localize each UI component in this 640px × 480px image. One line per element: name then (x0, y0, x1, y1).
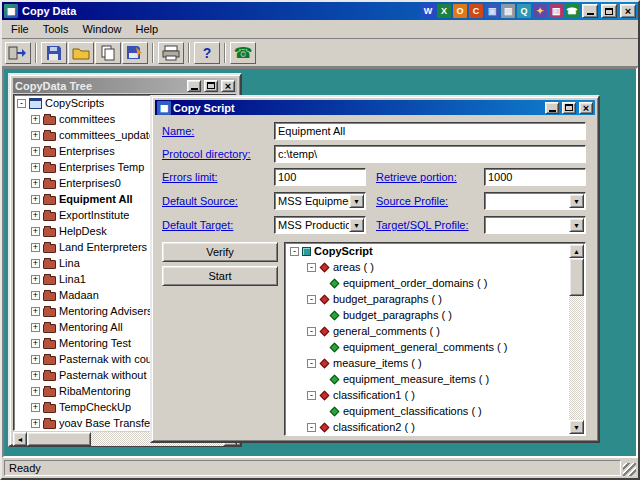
exit-button[interactable] (5, 42, 31, 64)
app-icon: ▦ (4, 4, 18, 18)
save-as-button[interactable] (122, 42, 148, 64)
expander-icon[interactable]: + (31, 307, 40, 316)
expander-icon[interactable]: - (307, 263, 316, 272)
close-button[interactable] (620, 4, 636, 18)
maximize-button[interactable] (601, 4, 617, 18)
phone-quick-icon[interactable]: ☎ (565, 4, 579, 18)
chevron-down-icon[interactable] (349, 218, 364, 232)
resize-grip[interactable] (623, 463, 636, 476)
help-button[interactable] (194, 42, 220, 64)
start-button[interactable]: Start (162, 266, 278, 286)
save-quick-icon[interactable]: ▣ (485, 4, 499, 18)
dialog-tree-item[interactable]: -classification1 ( ) (285, 387, 569, 403)
menu-file[interactable]: File (4, 21, 36, 37)
chart-icon[interactable]: ▥ (549, 4, 563, 18)
expander-icon[interactable]: + (31, 355, 40, 364)
expander-icon[interactable]: + (31, 419, 40, 428)
scroll-down-button[interactable] (569, 420, 584, 434)
copy-button[interactable] (95, 42, 121, 64)
dialog-tree-item[interactable]: budget_paragraphs ( ) (285, 307, 569, 323)
expander-icon[interactable]: + (31, 259, 40, 268)
tree-maximize-button[interactable] (204, 80, 218, 92)
print-button[interactable] (158, 42, 184, 64)
dialog-tree-item[interactable]: equipment_general_comments ( ) (285, 339, 569, 355)
default-target-combo[interactable]: MSS Production (274, 216, 366, 234)
tree-close-button[interactable] (221, 80, 235, 92)
expander-icon[interactable]: + (31, 403, 40, 412)
target-sql-profile-combo[interactable] (484, 216, 586, 234)
search-icon[interactable]: Q (517, 4, 531, 18)
dialog-minimize-button[interactable] (545, 102, 559, 114)
gray-app-icon[interactable]: ▤ (501, 4, 515, 18)
dialog-tree-root[interactable]: - CopyScript (285, 243, 569, 259)
expander-icon[interactable]: + (31, 195, 40, 204)
expander-icon[interactable]: + (31, 163, 40, 172)
orange-doc-icon[interactable]: O (453, 4, 467, 18)
scrollbar-track[interactable] (569, 258, 584, 420)
scrollbar-thumb[interactable] (569, 258, 584, 296)
dialog-tree-item[interactable]: -general_comments ( ) (285, 323, 569, 339)
red-doc-icon[interactable]: C (469, 4, 483, 18)
tree-item-label: Enterprises (59, 145, 115, 157)
expander-icon[interactable]: - (307, 295, 316, 304)
expander-icon[interactable]: + (31, 275, 40, 284)
vertical-scrollbar[interactable] (569, 244, 584, 434)
expander-icon[interactable]: - (290, 247, 299, 256)
menu-help[interactable]: Help (129, 21, 166, 37)
copy-script-dialog: ▦ Copy Script Name: Protocol directory: … (150, 95, 600, 443)
tree-item-label: Pasternak without (59, 369, 146, 381)
name-input[interactable] (274, 122, 586, 140)
expander-icon[interactable]: + (31, 147, 40, 156)
dialog-tree-item[interactable]: -budget_paragraphs ( ) (285, 291, 569, 307)
protocol-directory-input[interactable] (274, 145, 586, 163)
expander-icon[interactable]: + (31, 211, 40, 220)
dialog-titlebar[interactable]: ▦ Copy Script (155, 100, 595, 115)
chevron-down-icon[interactable] (569, 194, 584, 208)
folder-icon (43, 116, 56, 125)
verify-button[interactable]: Verify (162, 242, 278, 262)
retrieve-portion-input[interactable] (484, 168, 586, 186)
dialog-tree-item[interactable]: equipment_classifications ( ) (285, 403, 569, 419)
scrollbar-thumb[interactable] (27, 432, 91, 446)
expander-icon[interactable]: - (17, 99, 26, 108)
minimize-button[interactable] (582, 4, 598, 18)
default-source-combo[interactable]: MSS Equipment (274, 192, 366, 210)
scroll-up-button[interactable] (569, 244, 584, 258)
expander-icon[interactable]: + (31, 115, 40, 124)
errors-limit-input[interactable] (274, 168, 366, 186)
expander-icon[interactable]: + (31, 291, 40, 300)
expander-icon[interactable]: + (31, 371, 40, 380)
tree-window-titlebar[interactable]: CopyData Tree (13, 78, 237, 93)
expander-icon[interactable]: + (31, 179, 40, 188)
expander-icon[interactable]: + (31, 339, 40, 348)
run-button[interactable] (230, 42, 256, 64)
expander-icon[interactable]: - (307, 359, 316, 368)
dialog-tree-item[interactable]: equipment_measure_items ( ) (285, 371, 569, 387)
expander-icon[interactable]: - (307, 327, 316, 336)
excel-icon[interactable]: X (437, 4, 451, 18)
source-profile-combo[interactable] (484, 192, 586, 210)
dialog-tree-item[interactable]: -areas ( ) (285, 259, 569, 275)
menu-tools[interactable]: Tools (36, 21, 76, 37)
scroll-left-button[interactable] (13, 432, 27, 446)
expander-icon[interactable]: + (31, 387, 40, 396)
save-button[interactable] (41, 42, 67, 64)
expander-icon[interactable]: + (31, 227, 40, 236)
tree-minimize-button[interactable] (187, 80, 201, 92)
expander-icon[interactable]: + (31, 243, 40, 252)
chevron-down-icon[interactable] (349, 194, 364, 208)
tools-icon[interactable]: ✦ (533, 4, 547, 18)
chevron-down-icon[interactable] (569, 218, 584, 232)
expander-icon[interactable]: - (307, 423, 316, 432)
expander-icon[interactable]: + (31, 131, 40, 140)
menu-window[interactable]: Window (75, 21, 128, 37)
dialog-maximize-button[interactable] (562, 102, 576, 114)
dialog-tree-item[interactable]: -classification2 ( ) (285, 419, 569, 435)
open-button[interactable] (68, 42, 94, 64)
expander-icon[interactable]: + (31, 323, 40, 332)
dialog-close-button[interactable] (579, 102, 593, 114)
expander-icon[interactable]: - (307, 391, 316, 400)
word-icon[interactable]: W (421, 4, 435, 18)
dialog-tree-item[interactable]: -measure_items ( ) (285, 355, 569, 371)
dialog-tree-item[interactable]: equipment_order_domains ( ) (285, 275, 569, 291)
